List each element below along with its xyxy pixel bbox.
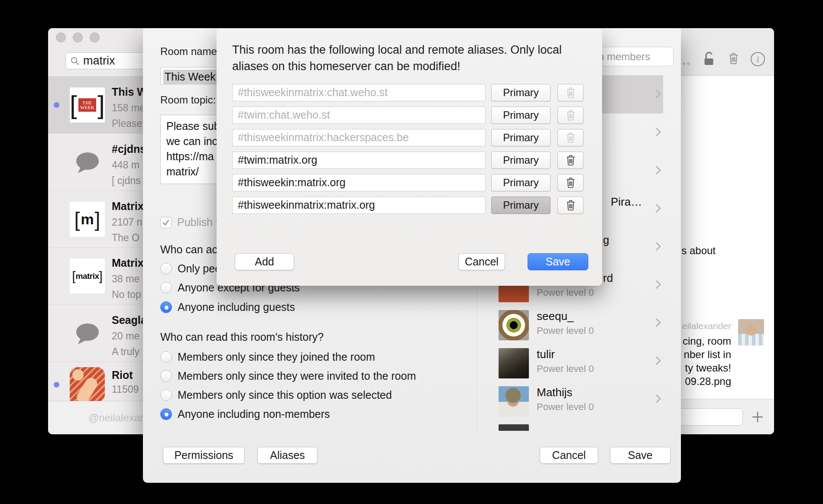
room-row-cjdns[interactable]: #cjdns 448 m [ cjdns xyxy=(48,134,152,191)
member-name: Pira… xyxy=(611,195,642,209)
message-input[interactable] xyxy=(674,408,743,426)
alias-input[interactable]: #thisweekinmatrix:chat.weho.st xyxy=(232,84,486,101)
history-option-selected-time[interactable]: Members only since this option was selec… xyxy=(160,389,392,401)
radio-selected[interactable] xyxy=(160,301,172,313)
sheet-save-button[interactable]: Save xyxy=(610,447,671,464)
theweek-logo-bottom: WEEK xyxy=(80,105,94,110)
chevron-right-icon xyxy=(652,90,661,98)
delete-alias-button[interactable] xyxy=(557,152,583,169)
primary-button-active[interactable]: Primary xyxy=(491,197,551,214)
history-question: Who can read this room's history? xyxy=(160,331,324,343)
option-label: Members only since this option was selec… xyxy=(178,389,392,401)
message-fragment: s about xyxy=(681,245,716,257)
info-icon[interactable]: i xyxy=(750,52,765,67)
room-subline1: 158 me xyxy=(112,102,145,114)
publish-checkbox[interactable] xyxy=(160,217,172,228)
member-name: g xyxy=(603,233,609,247)
close-window-button[interactable] xyxy=(56,32,66,42)
room-search-input[interactable]: matrix xyxy=(65,52,152,69)
aliases-button[interactable]: Aliases xyxy=(257,447,318,464)
message-line: ty tweaks! xyxy=(683,361,731,375)
message-line: 09.28.png xyxy=(683,375,731,388)
primary-button[interactable]: Primary xyxy=(491,107,551,124)
room-list: THE WEEK This W 158 me Please xyxy=(48,76,152,401)
member-name: seequ_ xyxy=(537,310,574,323)
trash-icon xyxy=(565,154,576,166)
delete-alias-button[interactable] xyxy=(557,84,583,101)
delete-alias-button[interactable] xyxy=(557,107,583,124)
room-title: Matrix xyxy=(112,200,144,213)
alias-input[interactable]: #thisweekin:matrix.org xyxy=(232,174,486,191)
history-option-anyone[interactable]: Anyone including non-members xyxy=(160,408,330,420)
access-option-including-guests[interactable]: Anyone including guests xyxy=(160,301,295,313)
radio-unselected[interactable] xyxy=(160,389,172,401)
trash-icon[interactable] xyxy=(728,52,739,65)
permissions-button[interactable]: Permissions xyxy=(163,447,245,464)
member-power-level: Power level 0 xyxy=(537,363,594,375)
member-row[interactable] xyxy=(476,418,663,431)
member-name: tulir xyxy=(537,348,555,361)
theweek-logo-top: THE xyxy=(82,100,92,105)
primary-button[interactable]: Primary xyxy=(491,152,551,169)
room-row-seaglass[interactable]: Seagla 20 me A truly xyxy=(48,304,152,362)
option-label: Members only since they were invited to … xyxy=(178,370,416,382)
option-label: Anyone including guests xyxy=(178,301,295,313)
radio-unselected[interactable] xyxy=(160,370,172,382)
member-row-seequ[interactable]: seequ_ Power level 0 xyxy=(476,304,663,342)
alias-row: #thisweekin:matrix.org Primary xyxy=(217,174,602,191)
alias-row: #twim:matrix.org Primary xyxy=(217,152,602,169)
room-avatar-matrix-word: matrix xyxy=(70,258,105,294)
alias-input[interactable]: #thisweekinmatrix:matrix.org xyxy=(232,197,486,214)
minimize-window-button[interactable] xyxy=(73,32,83,42)
room-row-matrix-hq[interactable]: m Matrix 2107 n The O xyxy=(48,191,152,248)
member-row-tulir[interactable]: tulir Power level 0 xyxy=(476,342,663,380)
sheet-cancel-button[interactable]: Cancel xyxy=(540,447,598,464)
member-power-level: Power level 0 xyxy=(537,287,594,298)
history-option-invited[interactable]: Members only since they were invited to … xyxy=(160,370,416,382)
room-row-thisweekinmatrix[interactable]: THE WEEK This W 158 me Please xyxy=(48,76,152,134)
member-avatar xyxy=(499,348,529,378)
member-power-level: Power level 0 xyxy=(537,401,594,413)
dialog-cancel-button[interactable]: Cancel xyxy=(458,253,505,270)
primary-button[interactable]: Primary xyxy=(491,174,551,191)
delete-alias-button[interactable] xyxy=(557,129,583,146)
radio-selected[interactable] xyxy=(160,408,172,420)
radio-unselected[interactable] xyxy=(160,263,172,275)
aliases-dialog-message: This room has the following local and re… xyxy=(232,42,579,74)
trash-icon xyxy=(565,132,576,144)
room-row-riot[interactable]: Riot 11509 xyxy=(48,362,152,401)
room-avatar-theweek: THE WEEK xyxy=(70,87,105,123)
radio-unselected[interactable] xyxy=(160,282,172,294)
desktop: matrix THE WEEK This W 158 me Please xyxy=(0,0,823,504)
radio-unselected[interactable] xyxy=(160,351,172,363)
alias-input[interactable]: #thisweekinmatrix:hackerspaces.be xyxy=(232,129,486,146)
unlock-icon[interactable] xyxy=(703,51,715,66)
room-title: Seagla xyxy=(112,314,147,326)
delete-alias-button[interactable] xyxy=(557,174,583,191)
alias-input[interactable]: #twim:chat.weho.st xyxy=(232,107,486,124)
primary-button[interactable]: Primary xyxy=(491,84,551,101)
member-avatar xyxy=(499,424,529,431)
message-line: nber list in xyxy=(683,348,731,361)
message-sender: eilalexander xyxy=(682,321,731,331)
attach-plus-icon[interactable] xyxy=(752,411,763,423)
room-subline2: [ cjdns xyxy=(112,175,140,187)
user-avatar-neilalexander[interactable] xyxy=(738,319,764,346)
unread-indicator xyxy=(54,382,59,388)
primary-button[interactable]: Primary xyxy=(491,129,551,146)
logged-in-user-id: @neilalexander:matrix.org xyxy=(88,412,152,424)
room-row-matrix[interactable]: matrix Matrix 38 me No top xyxy=(48,248,152,304)
alias-input[interactable]: #twim:matrix.org xyxy=(232,152,486,169)
history-option-joined[interactable]: Members only since they joined the room xyxy=(160,351,375,363)
dialog-save-button[interactable]: Save xyxy=(528,253,588,270)
aliases-dialog: This room has the following local and re… xyxy=(217,29,602,286)
member-row-mathijs[interactable]: Mathijs Power level 0 xyxy=(476,380,663,418)
zoom-window-button[interactable] xyxy=(90,32,100,42)
speech-bubble-icon xyxy=(70,316,105,351)
svg-text:i: i xyxy=(757,55,759,64)
room-search-value: matrix xyxy=(83,54,115,68)
member-power-level: Power level 0 xyxy=(537,325,594,336)
delete-alias-button[interactable] xyxy=(557,197,583,214)
add-alias-button[interactable]: Add xyxy=(235,253,294,270)
room-subline2: No top xyxy=(112,289,141,300)
